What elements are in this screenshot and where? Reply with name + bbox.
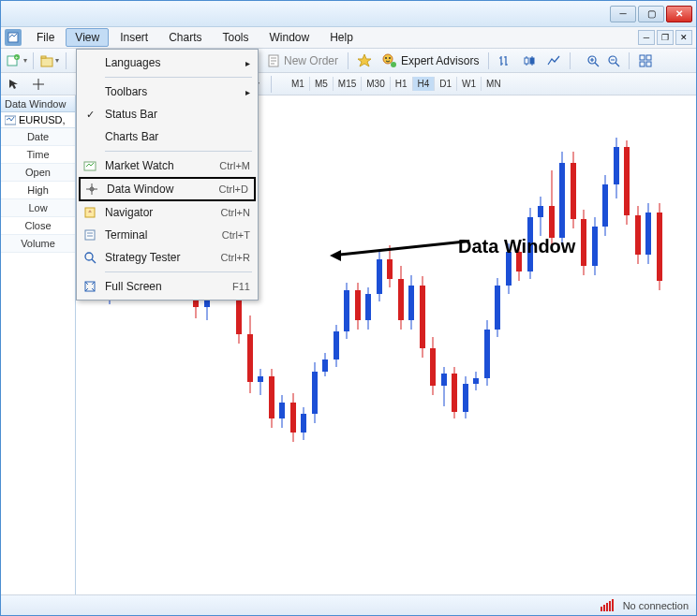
candle <box>420 276 425 358</box>
candle <box>473 372 479 390</box>
candle <box>430 337 436 395</box>
mdi-restore-button[interactable]: ❐ <box>657 30 674 45</box>
mdi-minimize-button[interactable]: ─ <box>638 30 655 45</box>
candle <box>635 206 641 264</box>
menu-full-screen-label: Full Screen <box>105 280 232 293</box>
menu-file[interactable]: File <box>27 28 64 47</box>
candle <box>301 407 306 440</box>
candle <box>441 367 447 406</box>
data-window-panel: Data Window EURUSD, Date Time Open High … <box>1 95 76 594</box>
main-window: ─ ▢ ✕ File View Insert Charts Tools Wind… <box>0 0 697 616</box>
submenu-arrow-icon: ▸ <box>245 58 250 68</box>
submenu-arrow-icon: ▸ <box>245 87 250 97</box>
menu-data-window[interactable]: Data Window Ctrl+D <box>79 177 256 201</box>
timeframe-d1[interactable]: D1 <box>435 77 457 91</box>
expert-advisors-label: Expert Advisors <box>401 54 479 67</box>
menu-charts[interactable]: Charts <box>159 28 211 47</box>
menu-data-window-label: Data Window <box>107 183 219 196</box>
cursor-tool[interactable] <box>7 77 22 92</box>
menu-full-screen-shortcut: F11 <box>232 281 250 292</box>
timeframe-m5[interactable]: M5 <box>310 77 334 91</box>
data-row-close: Close <box>1 217 75 235</box>
menu-charts-bar[interactable]: Charts Bar <box>79 125 256 148</box>
candle <box>312 362 318 423</box>
data-row-date: Date <box>1 128 75 146</box>
new-order-button[interactable]: New Order <box>263 54 342 67</box>
candle <box>571 152 576 228</box>
menu-languages[interactable]: Languages ▸ <box>79 51 256 74</box>
expert-advisors-button[interactable]: Expert Advisors <box>378 53 482 68</box>
zoom-out-button[interactable] <box>604 52 623 69</box>
svg-rect-26 <box>85 230 95 240</box>
connection-signal-icon <box>601 599 614 611</box>
menu-toolbars[interactable]: Toolbars ▸ <box>79 81 256 103</box>
bar-chart-button[interactable] <box>495 51 515 71</box>
annotation-label: Data Window <box>458 236 575 257</box>
svg-rect-18 <box>640 62 645 66</box>
app-icon <box>5 29 22 46</box>
profiles-button[interactable]: ▾ <box>39 51 60 71</box>
candle <box>602 175 608 236</box>
menu-full-screen[interactable]: Full Screen F11 <box>79 275 256 298</box>
view-dropdown-menu: Languages ▸ Toolbars ▸ ✓ Status Bar Char… <box>76 49 259 301</box>
timeframe-w1[interactable]: W1 <box>457 77 482 91</box>
menu-market-watch-shortcut: Ctrl+M <box>219 160 250 171</box>
candle <box>614 138 619 198</box>
menu-status-bar[interactable]: ✓ Status Bar <box>79 103 256 125</box>
candle <box>624 140 630 225</box>
window-controls: ─ ▢ ✕ <box>610 6 692 22</box>
menu-terminal[interactable]: Terminal Ctrl+T <box>79 224 256 246</box>
zoom-in-button[interactable] <box>584 52 602 69</box>
candle <box>290 393 296 442</box>
line-chart-button[interactable] <box>543 51 564 71</box>
data-window-tab[interactable]: Data Window <box>1 95 75 112</box>
menu-data-window-shortcut: Ctrl+D <box>219 183 248 195</box>
data-row-low: Low <box>1 199 75 217</box>
menu-tools[interactable]: Tools <box>214 28 259 47</box>
minimize-button[interactable]: ─ <box>610 6 636 22</box>
market-watch-icon <box>82 158 97 173</box>
svg-point-9 <box>385 57 387 59</box>
maximize-button[interactable]: ▢ <box>638 6 664 22</box>
menu-strategy-tester[interactable]: Strategy Tester Ctrl+R <box>79 246 256 269</box>
timeframe-group: M1 M5 M15 M30 H1 H4 D1 W1 MN <box>287 77 506 91</box>
timeframe-h4[interactable]: H4 <box>413 77 436 91</box>
candle <box>657 203 662 290</box>
menu-help[interactable]: Help <box>320 28 363 47</box>
data-window-icon <box>84 182 99 197</box>
timeframe-h1[interactable]: H1 <box>391 77 413 91</box>
terminal-icon <box>82 227 97 242</box>
candle <box>344 283 349 339</box>
candlestick-chart-button[interactable] <box>519 51 540 71</box>
menu-view[interactable]: View <box>66 28 109 47</box>
titlebar: ─ ▢ ✕ <box>1 1 696 27</box>
new-chart-button[interactable]: + ▾ <box>7 51 27 71</box>
autotrading-button[interactable] <box>354 51 375 71</box>
menu-market-watch-label: Market Watch <box>105 159 219 172</box>
data-row-high: High <box>1 182 75 199</box>
new-order-label: New Order <box>284 54 338 67</box>
crosshair-tool[interactable] <box>31 77 46 92</box>
candle <box>258 369 263 395</box>
candle <box>645 203 651 264</box>
menu-window[interactable]: Window <box>260 28 319 47</box>
timeframe-mn[interactable]: MN <box>482 77 506 91</box>
menu-strategy-tester-shortcut: Ctrl+R <box>221 252 250 263</box>
candle <box>269 369 274 428</box>
data-row-open: Open <box>1 164 75 182</box>
timeframe-m30[interactable]: M30 <box>362 77 390 91</box>
svg-rect-17 <box>646 55 651 60</box>
arrange-windows-button[interactable] <box>635 51 656 71</box>
timeframe-m15[interactable]: M15 <box>334 77 362 91</box>
candle <box>452 367 457 418</box>
menu-insert[interactable]: Insert <box>111 28 157 47</box>
menu-status-bar-label: Status Bar <box>105 108 250 121</box>
mdi-close-button[interactable]: ✕ <box>675 30 692 45</box>
close-button[interactable]: ✕ <box>666 6 692 22</box>
svg-point-10 <box>389 57 391 59</box>
svg-rect-5 <box>41 56 46 58</box>
menu-strategy-tester-label: Strategy Tester <box>105 251 221 264</box>
menu-navigator[interactable]: Navigator Ctrl+N <box>79 201 256 224</box>
timeframe-m1[interactable]: M1 <box>287 77 310 91</box>
menu-market-watch[interactable]: Market Watch Ctrl+M <box>79 154 256 177</box>
